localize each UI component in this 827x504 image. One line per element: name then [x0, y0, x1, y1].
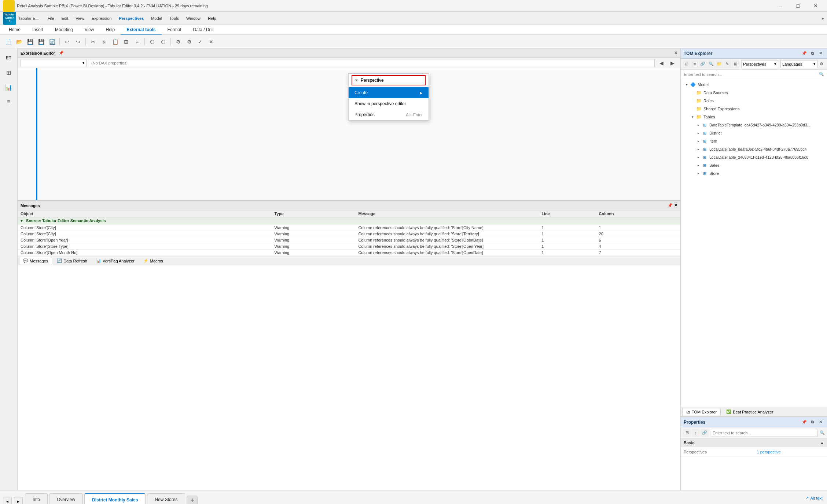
tab-home[interactable]: Home: [3, 25, 26, 35]
pin-icon[interactable]: 📌: [801, 50, 808, 57]
toolbar-align-r[interactable]: ⬡: [158, 37, 168, 47]
msg-tab-macros[interactable]: ⚡ Macros: [139, 257, 167, 265]
table-row[interactable]: Column 'Store'[Store Type] Warning Colum…: [18, 243, 680, 250]
expand-dt-icon[interactable]: ▸: [695, 123, 701, 127]
dax-dropdown[interactable]: ▾: [21, 59, 87, 67]
expand-tables-icon[interactable]: ▾: [690, 115, 695, 119]
toolbar-x[interactable]: ✕: [206, 37, 216, 47]
props-search-input[interactable]: [711, 429, 817, 437]
tab-external-tools[interactable]: External tools: [121, 25, 161, 35]
tom-btn-filter[interactable]: 🔍: [707, 60, 715, 68]
page-tab-info[interactable]: Info: [25, 493, 48, 504]
add-page-button[interactable]: +: [187, 496, 198, 504]
page-tab-newstores[interactable]: New Stores: [147, 493, 185, 504]
toolbar-redo[interactable]: ↪: [73, 37, 83, 47]
tree-roles[interactable]: 📁 Roles: [681, 97, 827, 105]
sidebar-list[interactable]: ≡: [2, 95, 15, 108]
languages-dropdown[interactable]: Languages ▾: [780, 60, 817, 68]
tree-shared[interactable]: 📁 Shared Expressions: [681, 105, 827, 113]
expand-model-icon[interactable]: ▾: [684, 83, 690, 87]
menu-expression[interactable]: Expression: [88, 12, 115, 24]
tab-view[interactable]: View: [79, 25, 100, 35]
props-row-perspectives[interactable]: Perspectives 1 perspective: [681, 447, 827, 457]
tab-help[interactable]: Help: [100, 25, 121, 35]
tree-view[interactable]: ▾ 🔷 Model 📁 Data Sources 📁 Roles 📁: [681, 79, 827, 407]
tree-store[interactable]: ▸ ⊞ Store: [681, 169, 827, 177]
table-row[interactable]: Column 'Store'[City] Warning Column refe…: [18, 225, 680, 231]
toolbar-save-as[interactable]: 💾: [36, 37, 46, 47]
toolbar-undo[interactable]: ↩: [62, 37, 72, 47]
tree-localdatetable1[interactable]: ▸ ⊞ LocalDateTable_0eafa36c-5fc2-4b6f-84…: [681, 145, 827, 153]
tree-district[interactable]: ▸ ⊞ District: [681, 129, 827, 137]
tree-tables[interactable]: ▾ 📁 Tables: [681, 113, 827, 121]
tree-item[interactable]: ▸ ⊞ Item: [681, 137, 827, 145]
table-row[interactable]: Column 'Store'[Open Month No] Warning Co…: [18, 250, 680, 256]
expand-item-icon[interactable]: ▸: [695, 139, 701, 143]
toolbar-paste[interactable]: 📋: [110, 37, 120, 47]
msg-tab-refresh[interactable]: 🔄 Data Refresh: [53, 257, 91, 265]
tom-explorer-tab[interactable]: 🗂 TOM Explorer: [682, 408, 721, 416]
toolbar-cut[interactable]: ✂: [88, 37, 98, 47]
props-restore-icon[interactable]: ⧉: [809, 419, 816, 426]
expr-close-icon[interactable]: ✕: [674, 51, 677, 55]
menu-tools[interactable]: Tools: [166, 12, 183, 24]
menu-file[interactable]: File: [44, 12, 58, 24]
collapse-icon[interactable]: ▾: [21, 218, 23, 223]
menu-perspectives[interactable]: Perspectives: [115, 12, 147, 24]
expand-ldt2-icon[interactable]: ▸: [695, 155, 701, 159]
expr-nav-prev[interactable]: ◀: [656, 58, 666, 68]
restore-icon[interactable]: ⧉: [809, 50, 816, 57]
tom-btn-pencil[interactable]: ✎: [724, 60, 731, 68]
tom-settings-icon[interactable]: ⚙: [818, 60, 825, 68]
props-btn-sort[interactable]: ↕: [692, 429, 700, 437]
messages-pin-icon[interactable]: 📌: [668, 203, 673, 208]
toolbar-b3[interactable]: ⊞: [121, 37, 131, 47]
expr-pin-icon[interactable]: 📌: [59, 51, 64, 55]
expand-sales-icon[interactable]: ▸: [695, 163, 701, 167]
sidebar-external-tools[interactable]: ET: [2, 51, 15, 65]
tree-localdatetable2[interactable]: ▸ ⊞ LocalDateTable_2403841f-d1ed-4123-bf…: [681, 153, 827, 161]
tom-btn-hierarchy[interactable]: 🔗: [699, 60, 706, 68]
toolbar-new[interactable]: 📄: [3, 37, 13, 47]
expand-store-icon[interactable]: ▸: [695, 172, 701, 175]
minimize-button[interactable]: ─: [772, 0, 789, 12]
tab-prev[interactable]: ◂: [3, 497, 12, 504]
sidebar-grid[interactable]: ⊞: [2, 66, 15, 79]
menu-view[interactable]: View: [72, 12, 88, 24]
tree-datetabletemplate[interactable]: ▸ ⊞ DateTableTemplate_ca45d427-b349-4299…: [681, 121, 827, 129]
props-pin-icon[interactable]: 📌: [801, 419, 808, 426]
toolbar-copy[interactable]: ⎘: [99, 37, 109, 47]
ctx-properties[interactable]: Properties Alt+Enter: [349, 109, 429, 120]
toolbar-check[interactable]: ✓: [195, 37, 205, 47]
expand-icon[interactable]: ▸: [822, 16, 824, 21]
msg-tab-vertipaq[interactable]: 📊 VertiPaq Analyzer: [92, 257, 139, 265]
toolbar-b4[interactable]: ≡: [132, 37, 142, 47]
close-panel-icon[interactable]: ✕: [817, 50, 824, 57]
toolbar-format2[interactable]: ⚙: [184, 37, 194, 47]
perspective-context-label[interactable]: 👁 Perspective: [352, 75, 426, 85]
page-tab-district[interactable]: District Monthly Sales: [84, 493, 146, 504]
tom-btn-table[interactable]: ⊞: [732, 60, 739, 68]
expr-nav-next[interactable]: ▶: [667, 58, 677, 68]
tab-insert[interactable]: Insert: [26, 25, 49, 35]
toolbar-refresh[interactable]: 🔄: [47, 37, 57, 47]
tree-datasources[interactable]: 📁 Data Sources: [681, 89, 827, 97]
expand-ldt1-icon[interactable]: ▸: [695, 147, 701, 151]
page-tab-overview[interactable]: Overview: [49, 493, 83, 504]
tom-btn-folder[interactable]: 📁: [716, 60, 723, 68]
toolbar-open[interactable]: 📂: [14, 37, 24, 47]
table-row[interactable]: Column 'Store'[Open Year] Warning Column…: [18, 237, 680, 243]
tom-btn-grid[interactable]: ⊞: [683, 60, 690, 68]
tab-next[interactable]: ▸: [14, 497, 23, 504]
menu-model[interactable]: Model: [147, 12, 166, 24]
tab-format[interactable]: Format: [162, 25, 187, 35]
best-practice-tab[interactable]: ✅ Best Practice Analyzer: [722, 408, 777, 416]
close-button[interactable]: ✕: [807, 0, 824, 12]
tom-search-input[interactable]: [684, 72, 817, 77]
menu-help[interactable]: Help: [204, 12, 220, 24]
props-btn-link[interactable]: 🔗: [701, 429, 709, 437]
msg-tab-messages[interactable]: 💬 Messages: [19, 257, 52, 265]
sidebar-chart[interactable]: 📊: [2, 81, 15, 94]
table-row[interactable]: Column 'Store'[City] Warning Column refe…: [18, 231, 680, 237]
ctx-show-perspective[interactable]: Show in perspective editor: [349, 98, 429, 109]
